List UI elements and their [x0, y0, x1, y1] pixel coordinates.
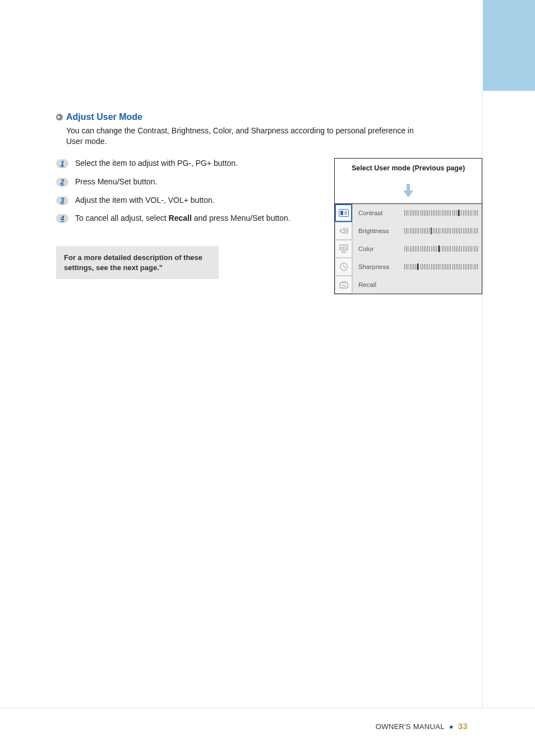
osd-tab-features-icon: ABC — [335, 240, 352, 258]
section-title: Adjust User Mode — [66, 112, 142, 122]
osd-row: Brightness — [353, 222, 482, 240]
footer-page-number: 33 — [458, 721, 468, 731]
step-4-bold: Recall — [169, 214, 192, 222]
osd-slider-marker — [431, 228, 432, 234]
step-text: To cancel all adjust, select Recall and … — [75, 213, 290, 224]
osd-row-label: Recall — [358, 281, 399, 288]
section-description: You can change the Contrast, Brightness,… — [66, 126, 425, 147]
play-bullet-icon — [56, 114, 63, 120]
footer-bullet-icon: ● — [447, 722, 456, 731]
step-text: Select the item to adjust with PG-, PG+ … — [75, 158, 238, 169]
osd-tab-tv-icon: TV — [335, 276, 352, 294]
info-note-box: For a more detailed description of these… — [56, 246, 219, 279]
osd-slider-marker — [439, 245, 440, 252]
osd-row: Color — [353, 240, 482, 258]
section-heading-row: Adjust User Mode — [56, 112, 482, 122]
osd-slider-marker — [458, 210, 459, 216]
osd-row: Sharpness — [353, 258, 482, 276]
content-area: Adjust User Mode You can change the Cont… — [56, 112, 482, 294]
step-text: Adjust the item with VOL-, VOL+ button. — [75, 195, 215, 206]
page-footer: OWNER'S MANUAL ● 33 — [376, 721, 468, 731]
side-color-band — [483, 0, 535, 91]
osd-row-label: Brightness — [358, 228, 399, 234]
osd-row-label: Sharpness — [358, 263, 399, 270]
osd-tab-time-icon — [335, 258, 352, 276]
osd-tab-sound-icon — [335, 222, 352, 240]
two-column-layout: 1 Select the item to adjust with PG-, PG… — [56, 158, 482, 294]
step-badge: 2 — [56, 178, 68, 187]
osd-diagram: Select User mode (Previous page) — [334, 158, 482, 294]
osd-caption: Select User mode (Previous page) — [334, 158, 482, 180]
step-badge: 3 — [56, 196, 68, 205]
svg-text:TV: TV — [342, 284, 346, 287]
osd-settings-list: ContrastBrightnessColorSharpnessRecall — [353, 204, 482, 294]
step-badge: 4 — [56, 214, 68, 223]
osd-tab-picture-icon — [335, 204, 352, 222]
osd-tab-strip: ABC TV — [335, 204, 353, 294]
osd-slider-marker — [417, 263, 418, 270]
step-badge: 1 — [56, 159, 68, 168]
dotted-vertical-rule — [482, 91, 483, 707]
osd-slider — [404, 246, 477, 252]
step-1: 1 Select the item to adjust with PG-, PG… — [56, 158, 317, 169]
osd-row: Recall — [353, 276, 482, 294]
step-4-suffix: and press Menu/Set button. — [192, 214, 290, 222]
step-4: 4 To cancel all adjust, select Recall an… — [56, 213, 317, 224]
svg-rect-2 — [344, 211, 347, 215]
osd-row: Contrast — [353, 204, 482, 222]
step-2: 2 Press Menu/Set button. — [56, 177, 317, 187]
osd-slider — [404, 264, 477, 270]
dotted-bottom-rule — [0, 708, 535, 708]
osd-slider — [404, 228, 477, 234]
osd-row-label: Contrast — [358, 210, 399, 216]
svg-rect-1 — [340, 211, 343, 215]
osd-row-label: Color — [358, 245, 399, 252]
step-text: Press Menu/Set button. — [75, 177, 157, 187]
svg-text:ABC: ABC — [340, 246, 347, 249]
step-3: 3 Adjust the item with VOL-, VOL+ button… — [56, 195, 317, 206]
arrow-down-icon — [404, 187, 413, 196]
flow-arrow-area — [334, 180, 482, 203]
steps-column: 1 Select the item to adjust with PG-, PG… — [56, 158, 317, 280]
step-4-prefix: To cancel all adjust, select — [75, 214, 169, 222]
osd-slider — [404, 210, 477, 216]
footer-label: OWNER'S MANUAL — [376, 722, 445, 731]
osd-panel: ABC TV ContrastBrightnessColorSharpnessR… — [334, 203, 482, 294]
osd-column: Select User mode (Previous page) — [334, 158, 482, 294]
page: Adjust User Mode You can change the Cont… — [0, 0, 535, 756]
